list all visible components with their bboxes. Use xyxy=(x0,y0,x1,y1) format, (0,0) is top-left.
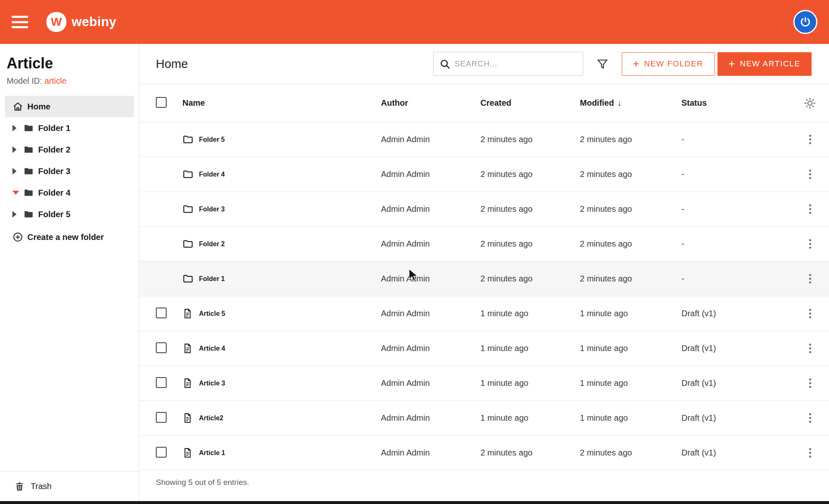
row-name: Article 4 xyxy=(199,345,225,352)
row-menu-button[interactable] xyxy=(807,237,814,251)
folder-icon xyxy=(182,273,199,284)
caret-right-icon[interactable] xyxy=(12,211,23,218)
plus-circle-icon xyxy=(12,232,23,242)
column-header-status[interactable]: Status xyxy=(681,98,797,108)
row-checkbox[interactable] xyxy=(156,412,167,423)
table-row-article-5[interactable]: Article 5 Admin Admin 1 minute ago 1 min… xyxy=(139,296,829,331)
table-row-folder-5[interactable]: Folder 5 Admin Admin 2 minutes ago 2 min… xyxy=(139,122,829,157)
sidebar-header: Article Model ID: article xyxy=(0,44,139,90)
row-status: - xyxy=(681,274,797,284)
sidebar-item-folder-3[interactable]: Folder 3 xyxy=(5,160,134,182)
row-menu-button[interactable] xyxy=(807,271,814,286)
content-table: Folder 5 Admin Admin 2 minutes ago 2 min… xyxy=(139,122,829,470)
row-created: 2 minutes ago xyxy=(480,274,580,284)
column-header-created[interactable]: Created xyxy=(480,98,580,108)
row-modified: 1 minute ago xyxy=(580,344,681,353)
row-created: 2 minutes ago xyxy=(480,239,580,249)
select-all-checkbox[interactable] xyxy=(156,97,167,108)
row-name: Folder 1 xyxy=(199,275,225,283)
webiny-logo-text: webiny xyxy=(72,15,116,29)
home-icon xyxy=(12,101,25,112)
trash-button[interactable]: Trash xyxy=(0,471,139,501)
row-author: Admin Admin xyxy=(381,170,480,179)
row-menu-button[interactable] xyxy=(807,446,814,460)
filter-button[interactable] xyxy=(596,58,608,70)
trash-icon xyxy=(14,481,25,492)
row-menu-button[interactable] xyxy=(807,411,814,425)
column-header-name[interactable]: Name xyxy=(182,98,381,108)
model-id-value: article xyxy=(44,76,66,85)
folder-icon xyxy=(23,187,36,198)
caret-right-icon[interactable] xyxy=(12,146,23,153)
row-menu-button[interactable] xyxy=(807,306,814,321)
model-id: Model ID: article xyxy=(7,76,131,86)
sidebar-item-folder-1[interactable]: Folder 1 xyxy=(5,117,134,139)
table-row-article-1[interactable]: Article 1 Admin Admin 2 minutes ago 2 mi… xyxy=(139,436,829,470)
new-article-button[interactable]: + NEW ARTICLE xyxy=(717,52,812,76)
hamburger-menu-icon[interactable] xyxy=(12,16,28,28)
row-created: 2 minutes ago xyxy=(480,448,580,458)
row-menu-button[interactable] xyxy=(807,167,814,182)
search-input[interactable] xyxy=(455,59,577,68)
row-author: Admin Admin xyxy=(381,239,480,249)
sidebar-item-folder-4[interactable]: Folder 4 xyxy=(5,182,134,204)
table-row-article-4[interactable]: Article 4 Admin Admin 1 minute ago 1 min… xyxy=(139,331,829,366)
row-author: Admin Admin xyxy=(381,309,480,318)
create-new-folder-button[interactable]: Create a new folder xyxy=(0,232,139,242)
sidebar: Article Model ID: article Home xyxy=(0,44,139,501)
sidebar-item-folder-2[interactable]: Folder 2 xyxy=(5,139,134,160)
sidebar-item-home[interactable]: Home xyxy=(5,96,134,117)
webiny-admin-app: W webiny Article Model ID: article Home xyxy=(0,0,829,504)
sidebar-item-folder-5[interactable]: Folder 5 xyxy=(5,204,134,225)
sidebar-item-label: Folder 2 xyxy=(38,145,70,155)
document-icon xyxy=(182,412,199,424)
row-menu-button[interactable] xyxy=(807,202,814,216)
row-menu-button[interactable] xyxy=(807,341,814,356)
row-status: Draft (v1) xyxy=(681,344,797,353)
search-box[interactable] xyxy=(433,52,583,76)
row-checkbox[interactable] xyxy=(156,377,167,388)
row-author: Admin Admin xyxy=(381,344,480,353)
table-settings-button[interactable] xyxy=(804,97,816,109)
table-row-folder-3[interactable]: Folder 3 Admin Admin 2 minutes ago 2 min… xyxy=(139,192,829,227)
caret-right-icon[interactable] xyxy=(12,168,23,174)
row-created: 2 minutes ago xyxy=(480,170,580,179)
main-panel: Home + NEW FOLDER + NEW ARTICLE xyxy=(139,44,829,501)
plus-icon: + xyxy=(633,58,640,70)
column-header-author[interactable]: Author xyxy=(381,98,480,108)
row-modified: 1 minute ago xyxy=(580,309,681,318)
new-folder-label: NEW FOLDER xyxy=(644,59,703,68)
row-name: Article 1 xyxy=(199,449,225,457)
caret-right-icon[interactable] xyxy=(12,125,23,131)
table-row-article-2[interactable]: Article2 Admin Admin 1 minute ago 1 minu… xyxy=(139,401,829,436)
row-modified: 1 minute ago xyxy=(580,378,681,388)
caret-down-icon[interactable] xyxy=(12,191,23,195)
user-avatar[interactable] xyxy=(793,10,817,34)
table-row-folder-4[interactable]: Folder 4 Admin Admin 2 minutes ago 2 min… xyxy=(139,157,829,192)
row-menu-button[interactable] xyxy=(807,132,814,147)
row-menu-button[interactable] xyxy=(807,376,814,390)
row-created: 1 minute ago xyxy=(480,309,580,318)
trash-label: Trash xyxy=(31,482,51,491)
folder-tree: Home Folder 1 Folder 2 xyxy=(0,96,139,471)
table-row-folder-1[interactable]: Folder 1 Admin Admin 2 minutes ago 2 min… xyxy=(139,262,829,296)
table-row-folder-2[interactable]: Folder 2 Admin Admin 2 minutes ago 2 min… xyxy=(139,227,829,262)
row-name: Article 3 xyxy=(199,380,225,387)
row-checkbox[interactable] xyxy=(156,342,167,353)
row-author: Admin Admin xyxy=(381,204,480,214)
folder-icon xyxy=(23,123,36,133)
model-title: Article xyxy=(7,55,131,72)
row-created: 1 minute ago xyxy=(480,344,580,353)
row-author: Admin Admin xyxy=(381,274,480,284)
table-row-article-3[interactable]: Article 3 Admin Admin 1 minute ago 1 min… xyxy=(139,366,829,401)
sidebar-item-label: Folder 4 xyxy=(38,188,70,198)
folder-icon xyxy=(182,169,199,180)
row-author: Admin Admin xyxy=(381,135,480,144)
row-checkbox[interactable] xyxy=(156,308,167,318)
row-checkbox[interactable] xyxy=(156,447,167,458)
sidebar-item-label: Folder 3 xyxy=(38,167,70,176)
column-header-modified[interactable]: Modified↓ xyxy=(580,98,681,108)
webiny-logo[interactable]: W webiny xyxy=(46,12,116,32)
folder-icon xyxy=(23,209,36,220)
new-folder-button[interactable]: + NEW FOLDER xyxy=(622,52,715,76)
